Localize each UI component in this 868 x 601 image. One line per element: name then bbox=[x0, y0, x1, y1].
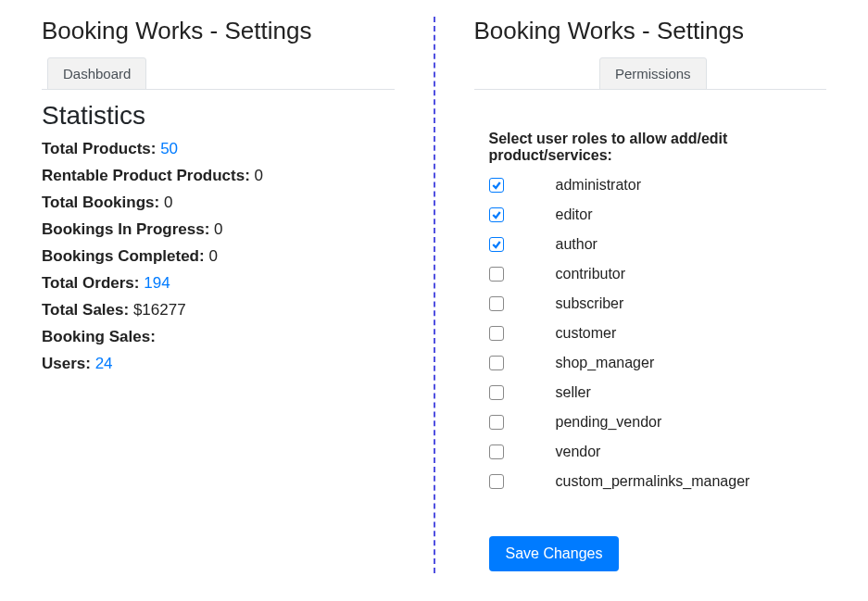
stat-label: Bookings Completed: bbox=[42, 247, 205, 265]
stat-label: Bookings In Progress: bbox=[42, 220, 209, 238]
role-checkbox-pending_vendor[interactable] bbox=[489, 415, 504, 430]
stat-label: Users: bbox=[42, 355, 91, 372]
role-label: administrator bbox=[556, 177, 641, 194]
role-checkbox-shop_manager[interactable] bbox=[489, 356, 504, 370]
stat-value: 0 bbox=[164, 194, 172, 211]
stat-line: Booking Sales: bbox=[42, 328, 395, 346]
role-checkbox-editor[interactable] bbox=[489, 207, 504, 222]
stat-value[interactable]: 50 bbox=[160, 140, 178, 157]
stat-value: 0 bbox=[208, 247, 217, 265]
stat-value: $16277 bbox=[133, 301, 186, 319]
role-row: contributor bbox=[489, 266, 827, 282]
tab-row-right: Permissions bbox=[474, 56, 827, 90]
tab-permissions[interactable]: Permissions bbox=[599, 57, 707, 90]
stat-line: Bookings In Progress: 0 bbox=[42, 220, 395, 239]
role-label: shop_manager bbox=[556, 355, 655, 371]
role-row: subscriber bbox=[489, 295, 827, 312]
role-row: seller bbox=[489, 384, 827, 401]
save-changes-button[interactable]: Save Changes bbox=[489, 536, 620, 571]
role-checkbox-subscriber[interactable] bbox=[489, 296, 504, 311]
stat-line: Users: 24 bbox=[42, 355, 395, 373]
stat-label: Total Sales: bbox=[42, 301, 129, 319]
role-row: vendor bbox=[489, 444, 827, 460]
stat-value[interactable]: 24 bbox=[95, 355, 113, 372]
permissions-panel: Booking Works - Settings Permissions Sel… bbox=[435, 17, 827, 573]
tab-row-left: Dashboard bbox=[42, 56, 395, 90]
role-row: customer bbox=[489, 325, 827, 342]
stat-line: Total Sales: $16277 bbox=[42, 301, 395, 319]
stat-label: Total Products: bbox=[42, 140, 156, 157]
statistics-heading: Statistics bbox=[42, 101, 395, 131]
roles-list: administratoreditorauthorcontributorsubs… bbox=[489, 177, 827, 490]
stat-label: Total Orders: bbox=[42, 274, 139, 292]
stat-label: Booking Sales: bbox=[42, 328, 156, 345]
role-checkbox-vendor[interactable] bbox=[489, 444, 504, 459]
role-row: administrator bbox=[489, 177, 827, 194]
dashboard-panel: Booking Works - Settings Dashboard Stati… bbox=[42, 17, 435, 573]
role-row: editor bbox=[489, 207, 827, 223]
role-checkbox-custom_permalinks_manager[interactable] bbox=[489, 474, 504, 489]
statistics-list: Total Products: 50Rentable Product Produ… bbox=[42, 140, 395, 373]
role-label: contributor bbox=[556, 266, 626, 282]
roles-section: Select user roles to allow add/edit prod… bbox=[474, 90, 827, 571]
role-label: pending_vendor bbox=[556, 414, 662, 431]
role-row: custom_permalinks_manager bbox=[489, 473, 827, 490]
stat-label: Total Bookings: bbox=[42, 194, 159, 211]
role-checkbox-contributor[interactable] bbox=[489, 267, 504, 282]
stat-line: Total Bookings: 0 bbox=[42, 194, 395, 212]
role-label: editor bbox=[556, 207, 593, 223]
role-checkbox-author[interactable] bbox=[489, 237, 504, 252]
role-row: shop_manager bbox=[489, 355, 827, 371]
stat-value[interactable]: 194 bbox=[144, 274, 170, 292]
role-label: author bbox=[556, 236, 598, 253]
stat-label: Rentable Product Products: bbox=[42, 167, 250, 184]
role-label: custom_permalinks_manager bbox=[556, 473, 750, 490]
role-checkbox-administrator[interactable] bbox=[489, 178, 504, 193]
stat-line: Bookings Completed: 0 bbox=[42, 247, 395, 266]
role-label: vendor bbox=[556, 444, 601, 460]
roles-heading: Select user roles to allow add/edit prod… bbox=[489, 131, 827, 164]
tab-dashboard[interactable]: Dashboard bbox=[47, 57, 146, 90]
stat-value: 0 bbox=[214, 220, 222, 238]
role-row: pending_vendor bbox=[489, 414, 827, 431]
role-checkbox-seller[interactable] bbox=[489, 385, 504, 400]
role-row: author bbox=[489, 236, 827, 253]
role-label: seller bbox=[556, 384, 591, 401]
stat-line: Rentable Product Products: 0 bbox=[42, 167, 395, 185]
stat-line: Total Orders: 194 bbox=[42, 274, 395, 293]
stat-line: Total Products: 50 bbox=[42, 140, 395, 158]
stat-value: 0 bbox=[255, 167, 263, 184]
role-label: customer bbox=[556, 325, 617, 342]
page-title-left: Booking Works - Settings bbox=[42, 17, 395, 45]
role-checkbox-customer[interactable] bbox=[489, 326, 504, 341]
role-label: subscriber bbox=[556, 295, 624, 312]
page-title-right: Booking Works - Settings bbox=[474, 17, 827, 45]
